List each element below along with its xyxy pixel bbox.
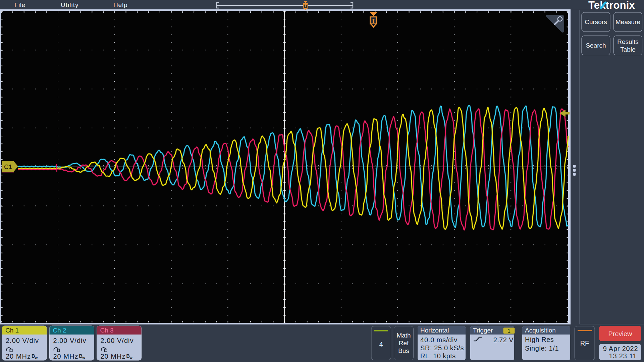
svg-text:w: w <box>82 356 86 360</box>
svg-text:Acquisition: Acquisition <box>525 327 556 334</box>
svg-text:File: File <box>14 1 25 8</box>
svg-text:Horizontal: Horizontal <box>420 327 449 334</box>
svg-text:Math: Math <box>396 332 411 339</box>
svg-text:RL: 10 kpts: RL: 10 kpts <box>420 352 456 360</box>
svg-text:20 MHz: 20 MHz <box>101 353 126 360</box>
svg-text:40.0 ms/div: 40.0 ms/div <box>420 336 458 344</box>
svg-text:2.00 V/div: 2.00 V/div <box>101 337 134 344</box>
svg-text:Search: Search <box>586 42 606 49</box>
svg-text:Results: Results <box>617 38 638 45</box>
svg-text:High Res: High Res <box>525 336 554 343</box>
svg-text:Utility: Utility <box>61 1 78 8</box>
svg-text:Help: Help <box>113 1 127 8</box>
svg-text:Single: 1/1: Single: 1/1 <box>525 345 559 352</box>
svg-text:Table: Table <box>620 46 635 53</box>
svg-text:1: 1 <box>507 328 511 334</box>
svg-text:Measure: Measure <box>615 18 640 25</box>
svg-text:Tektronix: Tektronix <box>588 0 635 11</box>
svg-text:Bus: Bus <box>398 347 409 354</box>
svg-text:T: T <box>304 4 307 8</box>
svg-text:Cursors: Cursors <box>585 18 607 25</box>
svg-text:C1: C1 <box>4 163 12 170</box>
svg-text:Ch 3: Ch 3 <box>100 327 114 334</box>
svg-text:Ref: Ref <box>399 340 409 347</box>
svg-text:2.00 V/div: 2.00 V/div <box>53 337 87 344</box>
svg-text:20 MHz: 20 MHz <box>6 353 31 360</box>
svg-text:2.72 V: 2.72 V <box>493 336 514 344</box>
svg-text:9 Apr 2022: 9 Apr 2022 <box>603 345 638 352</box>
svg-text:20 MHz: 20 MHz <box>53 353 78 360</box>
svg-text:Preview: Preview <box>608 330 632 338</box>
svg-text:w: w <box>35 356 38 360</box>
svg-text:RF: RF <box>580 340 589 347</box>
svg-text:SR: 25.0 kS/s: SR: 25.0 kS/s <box>420 344 464 352</box>
svg-text:w: w <box>129 356 133 360</box>
svg-text:13:23:11: 13:23:11 <box>609 352 637 360</box>
svg-text:B: B <box>32 353 35 359</box>
svg-text:Ch 1: Ch 1 <box>5 327 19 334</box>
svg-text:4: 4 <box>379 341 383 348</box>
svg-text:Ch 2: Ch 2 <box>53 327 66 334</box>
svg-text:B: B <box>126 353 130 359</box>
svg-text:2.00 V/div: 2.00 V/div <box>6 337 39 344</box>
svg-text:Trigger: Trigger <box>473 327 493 334</box>
svg-text:T: T <box>372 18 375 24</box>
svg-text:B: B <box>79 353 83 359</box>
